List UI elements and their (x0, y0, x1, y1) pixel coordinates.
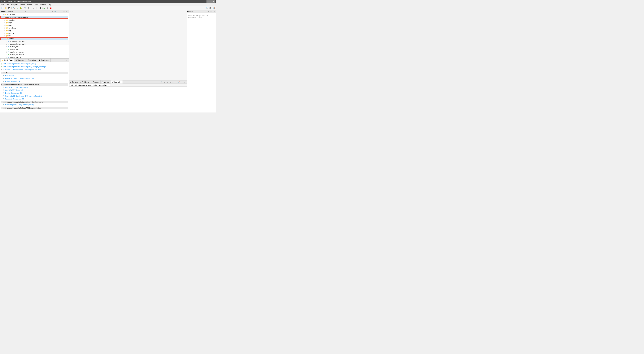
qp-item-capsense-tuner[interactable]: 🔧 CAPSENSE™ Tuner 6.0 (0, 89, 68, 92)
bottom-action-pin[interactable]: 📌 (178, 81, 180, 84)
search-icon-right[interactable]: 🔍 (205, 6, 208, 10)
bottom-action-minimize[interactable]: — (180, 81, 183, 84)
tab-problems[interactable]: ⚠ Problems (79, 80, 90, 84)
qp-item-bsp-assistant[interactable]: 🔧 BSP Assistant 1.0 (0, 74, 68, 77)
tab-variables[interactable]: (x) Variables (14, 58, 26, 62)
toggle-cybtldr-command-c[interactable]: ▷ (6, 51, 8, 53)
new-button[interactable]: 📄 (0, 6, 4, 10)
tree-item-bsps[interactable]: ▷ 📁 bsps (0, 21, 68, 24)
tree-item-cybtldr-command-h[interactable]: ▷ H cybtldr_command.h (0, 53, 68, 56)
tab-expressions[interactable]: ♦ Expressions (26, 58, 38, 62)
toggle-build[interactable]: ▷ (4, 24, 6, 26)
pe-maximize-btn[interactable]: □ (66, 10, 68, 13)
menu-project[interactable]: Project (26, 3, 34, 6)
tree-item-images[interactable]: ▷ 📁 images (0, 32, 68, 34)
tab-quick-panel[interactable]: ⚡ Quick Panel (0, 58, 14, 62)
search-button[interactable]: 🔍 (24, 6, 27, 10)
bottom-action-new[interactable]: + (174, 81, 177, 84)
tree-item-cybtldr-parse-c[interactable]: ▷ C cybtldr_parse.c (0, 56, 68, 58)
qp-item-smart-io[interactable]: 🔧 Smart I/O Configurator 4.0 (0, 98, 68, 100)
menu-search[interactable]: Search (19, 3, 26, 6)
tab-terminal[interactable]: ▶ Terminal × (111, 80, 123, 84)
pe-menu-btn[interactable]: ⋮ (60, 10, 62, 13)
tree-item-libs[interactable]: ▷ 📁 libs (0, 34, 68, 37)
minimize-button[interactable]: — (206, 0, 209, 3)
tab-memory[interactable]: 💾 Memory (100, 80, 111, 84)
bottom-action-view[interactable]: ▤ (163, 81, 166, 84)
section-bsp-config[interactable]: ▼ BSP Configurators (APP_CY8CKIT-041S-MA… (0, 84, 68, 86)
qp-item-jlink[interactable]: ▶ mtb-example-psoc4-dfu-host Program (JL… (0, 62, 68, 65)
toggle-comm-api-h[interactable]: ▷ (6, 43, 8, 45)
tree-item-cybtldr-api-h[interactable]: ▷ H cybtldr_api.h (0, 48, 68, 50)
qp-item-dfu-tool[interactable]: 🔧 Device Firmware Update Host Tool 1.60 (0, 77, 68, 80)
tree-item-build[interactable]: ▷ 📁 build (0, 24, 68, 26)
toggle-bsps[interactable]: ▷ (4, 22, 6, 24)
open-button[interactable]: 📂 (4, 6, 7, 10)
tree-item-deps[interactable]: ▷ 📁 deps (0, 29, 68, 32)
save-button[interactable]: 💾 (8, 6, 11, 10)
tree-item-ce-internal[interactable]: ▷ 📁 ce_internal (0, 26, 68, 29)
tree-item-includes[interactable]: ▷ 📁 Includes (0, 19, 68, 21)
tab-progress[interactable]: ↺ Progress (90, 80, 100, 84)
bottom-action-layout[interactable]: ⊞ (166, 81, 168, 84)
toggle-source[interactable]: ▽ (5, 38, 6, 39)
tree-item-mtb-shared[interactable]: ▷ 📁 mtb_shared (0, 13, 68, 16)
toggle-cybtldr-parse-c[interactable]: ▷ (6, 56, 8, 58)
toggle-mtb-example[interactable]: ▽ (3, 16, 5, 18)
tree-item-comm-api-c[interactable]: ▷ C communication_api.c (0, 40, 68, 43)
terminate-button[interactable]: ⏹ (49, 6, 52, 10)
outline-minimize-btn[interactable]: — (210, 10, 212, 13)
pe-minimize-btn[interactable]: — (63, 10, 65, 13)
toggle-comm-api-c[interactable]: ▷ (6, 41, 8, 42)
tree-item-cybtldr-command-c[interactable]: ▷ C cybtldr_command.c (0, 50, 68, 53)
menu-help[interactable]: Help (47, 3, 53, 6)
tree-item-comm-api-h[interactable]: ▷ H communication_api.h (0, 43, 68, 45)
menu-window[interactable]: Window (39, 3, 47, 6)
qp-item-generate[interactable]: ⚙ Generate Launches for mtb-example-psoc… (0, 68, 68, 71)
tree-item-source[interactable]: ▽ 📁 source (0, 37, 68, 40)
qp-item-segment-lcd[interactable]: 🔧 Segment LCD Configurator 1.50 (new con… (0, 94, 68, 98)
toggle-cybtldr-api-h[interactable]: ▷ (6, 48, 8, 50)
bottom-action-stop[interactable]: ⏹ (169, 81, 172, 84)
close-button[interactable]: ✕ (212, 0, 215, 3)
maximize-button[interactable]: □ (210, 0, 212, 3)
qp-minimize-btn[interactable]: — (63, 59, 66, 61)
qp-item-device-conf[interactable]: 🔧 Device Configurator 4.0 (0, 92, 68, 94)
qp-item-library-manager[interactable]: 🔧 Library Manager 2.0 (0, 80, 68, 83)
run-button[interactable]: ▶ (16, 6, 19, 10)
toggle-images[interactable]: ▷ (4, 32, 6, 34)
section-api-doc[interactable]: ▼ mtb-example-psoc4-dfu-host API Documen… (0, 107, 68, 109)
toggle-mtb-shared[interactable]: ▷ (2, 14, 4, 15)
menu-run[interactable]: Run (34, 3, 39, 6)
step-return-button[interactable]: ⬆ (39, 6, 42, 10)
view-toggle[interactable]: ▤ (208, 6, 212, 10)
toggle-cybtldr-api-c[interactable]: ▷ (6, 46, 8, 48)
build-button[interactable]: 🔨 (12, 6, 15, 10)
outline-collapse-btn[interactable]: ⊟ (207, 10, 210, 13)
bottom-action-maximize[interactable]: □ (183, 81, 186, 84)
section-tools[interactable]: ▼ Tools (0, 72, 68, 74)
qp-item-kitprog3[interactable]: ▶ mtb-example-psoc4-dfu-host Program (Ki… (0, 65, 68, 68)
step-into-button[interactable]: ⬇ (35, 6, 38, 10)
qp-item-lin-conf[interactable]: 🔧 LIN Configurator 1.20 (new configurato… (0, 103, 68, 106)
qp-item-capsense-conf[interactable]: 🔧 CAPSENSE™ Configurator 6.0 (0, 86, 68, 89)
perspective-button[interactable]: 🪟 (212, 6, 215, 10)
tree-item-mtb-example[interactable]: ▽ 📦 mtb-example-psoc4-dfu-host (0, 16, 68, 18)
toggle-cybtldr-command-h[interactable]: ▷ (6, 54, 8, 55)
settings-button[interactable]: ⚙ (27, 6, 30, 10)
step-over-button[interactable]: ⏭ (32, 6, 35, 10)
pe-link-btn[interactable]: 🔗 (54, 10, 56, 13)
tab-console[interactable]: ▶ Console (69, 80, 79, 84)
tree-item-cybtldr-api-c[interactable]: ▷ C cybtldr_api.c (0, 45, 68, 48)
bottom-action-search[interactable]: 🔍 (160, 81, 162, 84)
resume-button[interactable]: ▶▶ (42, 6, 46, 10)
toggle-includes[interactable]: ▷ (4, 19, 6, 21)
back-button[interactable]: ← (54, 6, 57, 10)
debug-button[interactable]: 🐛 (19, 6, 22, 10)
tab-breakpoints[interactable]: ⬤ Breakpoints (38, 58, 50, 62)
toggle-ce-internal[interactable]: ▷ (4, 27, 6, 29)
toggle-deps[interactable]: ▷ (4, 30, 6, 31)
qp-maximize-btn[interactable]: □ (66, 59, 68, 61)
menu-navigate[interactable]: Navigate (10, 3, 19, 6)
pe-collapse-btn[interactable]: ⊟ (51, 10, 53, 13)
